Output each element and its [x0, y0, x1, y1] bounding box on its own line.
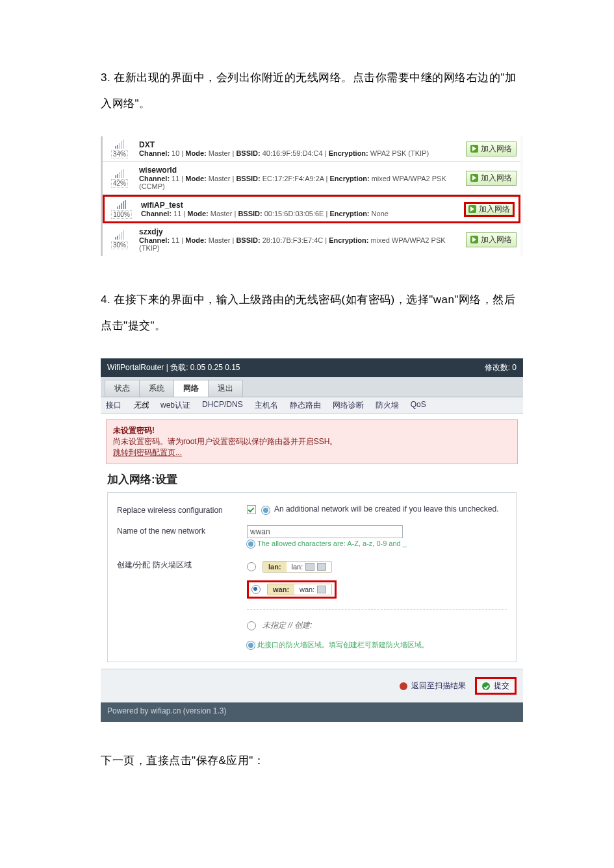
tab-system[interactable]: 系统	[139, 380, 174, 397]
tab-status[interactable]: 状态	[105, 380, 140, 397]
join-network-button[interactable]: 加入网络	[466, 232, 517, 247]
warning-body: 尚未设置密码。请为root用户设置密码以保护路由器并开启SSH。	[113, 437, 337, 446]
join-label: 加入网络	[481, 234, 512, 245]
network-meta: Channel: 11 | Mode: Master | BSSID: 00:1…	[141, 210, 464, 217]
zone-wan-badge: wan: wan:	[267, 584, 332, 595]
check-icon	[482, 682, 490, 690]
instruction-4: 4. 在接下来的界面中，输入上级路由的无线密码(如有密码)，选择"wan"网络，…	[101, 287, 523, 339]
join-network-form: Replace wireless configuration An additi…	[107, 492, 517, 662]
network-meta: Channel: 11 | Mode: Master | BSSID: EC:1…	[139, 175, 466, 190]
network-meta: Channel: 11 | Mode: Master | BSSID: 28:1…	[139, 236, 466, 252]
subtab-qos[interactable]: QoS	[411, 400, 426, 411]
join-network-button[interactable]: 加入网络	[466, 142, 517, 156]
zone-wan-radio[interactable]	[251, 585, 261, 594]
subtab-dhcp[interactable]: DHCP/DNS	[202, 400, 243, 411]
subtab-firewall[interactable]: 防火墙	[376, 400, 399, 411]
tab-logout[interactable]: 退出	[208, 380, 243, 397]
network-name-label: Name of the new network	[117, 525, 247, 536]
join-network-button[interactable]: 加入网络	[466, 171, 517, 186]
interface-icon	[305, 563, 314, 571]
section-title: 加入网络:设置	[101, 469, 523, 492]
tab-network[interactable]: 网络	[173, 380, 209, 397]
subtab-diagnostics[interactable]: 网络诊断	[333, 400, 364, 411]
no-password-warning: 未设置密码! 尚未设置密码。请为root用户设置密码以保护路由器并开启SSH。 …	[106, 419, 518, 464]
subtab-hostname[interactable]: 主机名	[255, 400, 278, 411]
header-changes: 修改数: 0	[485, 362, 517, 373]
top-tabs: 状态 系统 网络 退出	[101, 377, 523, 397]
signal-bars-icon	[115, 140, 124, 149]
form-footer: 返回至扫描结果 提交	[101, 669, 523, 702]
interface-icon	[317, 586, 326, 593]
join-network-button[interactable]: 加入网络	[464, 202, 515, 217]
signal-bars-icon	[115, 169, 124, 178]
back-icon	[400, 682, 407, 690]
password-page-link[interactable]: 跳转到密码配置页...	[113, 448, 182, 457]
zone-none-label: 未指定 // 创建:	[262, 620, 313, 631]
signal-bars-icon	[117, 200, 126, 209]
signal-col: 34%	[103, 140, 136, 158]
play-icon	[470, 236, 478, 243]
ssid-label: wifiAP_test	[141, 201, 464, 210]
network-row: 34% DXT Channel: 10 | Mode: Master | BSS…	[103, 136, 520, 162]
join-label: 加入网络	[481, 173, 512, 184]
header-title: WifiPortalRouter | 负载: 0.05 0.25 0.15	[107, 362, 240, 373]
info-icon	[262, 505, 272, 514]
signal-bars-icon	[115, 230, 124, 240]
firewall-zone-label: 创建/分配 防火墙区域	[117, 558, 247, 571]
zone-lan-badge: lan: lan:	[262, 561, 332, 573]
replace-config-label: Replace wireless configuration	[117, 504, 247, 515]
router-settings-panel: WifiPortalRouter | 负载: 0.05 0.25 0.15 修改…	[101, 358, 523, 722]
subtab-webauth[interactable]: web认证	[160, 400, 190, 411]
network-name-input[interactable]	[247, 525, 403, 538]
back-to-scan-link[interactable]: 返回至扫描结果	[400, 677, 466, 695]
panel-header: WifiPortalRouter | 负载: 0.05 0.25 0.15 修改…	[101, 358, 523, 377]
subtab-wireless[interactable]: 无线	[133, 400, 149, 411]
ssid-label: DXT	[139, 140, 466, 149]
signal-col: 30%	[103, 230, 136, 249]
network-scan-list: 34% DXT Channel: 10 | Mode: Master | BSS…	[101, 136, 523, 256]
instruction-3: 3. 在新出现的界面中，会列出你附近的无线网络。点击你需要中继的网络右边的"加入…	[101, 65, 523, 117]
ssid-label: wiseworld	[139, 166, 466, 175]
play-icon	[468, 205, 476, 213]
instruction-next: 下一页，直接点击"保存&应用"：	[101, 748, 523, 774]
network-meta: Channel: 10 | Mode: Master | BSSID: 40:1…	[139, 149, 466, 157]
zone-hint: 此接口的防火墙区域。填写创建栏可新建防火墙区域。	[247, 640, 507, 650]
submit-button[interactable]: 提交	[475, 677, 517, 695]
warning-title: 未设置密码!	[113, 426, 155, 435]
play-icon	[470, 145, 478, 153]
sub-tabs: 接口 无线 web认证 DHCP/DNS 主机名 静态路由 网络诊断 防火墙 Q…	[101, 397, 523, 414]
network-row: 42% wiseworld Channel: 11 | Mode: Master…	[103, 162, 520, 195]
signal-col: 100%	[105, 200, 138, 219]
signal-percent: 100%	[111, 210, 132, 219]
join-label: 加入网络	[481, 143, 512, 155]
signal-percent: 34%	[111, 150, 128, 158]
zone-lan-radio[interactable]	[247, 562, 256, 571]
ssid-label: szxdjy	[139, 227, 466, 236]
network-row-selected: 100% wifiAP_test Channel: 11 | Mode: Mas…	[103, 195, 520, 223]
signal-percent: 30%	[111, 241, 128, 249]
network-name-hint: The allowed characters are: A-Z, a-z, 0-…	[247, 539, 507, 548]
replace-config-checkbox[interactable]	[247, 505, 256, 514]
signal-col: 42%	[103, 169, 136, 188]
subtab-static-route[interactable]: 静态路由	[290, 400, 321, 411]
network-row: 30% szxdjy Channel: 11 | Mode: Master | …	[103, 223, 520, 256]
footer-powered-by: Powered by wifiap.cn (version 1.3)	[101, 702, 523, 722]
play-icon	[470, 174, 478, 182]
interface-icon	[317, 563, 326, 571]
replace-config-hint: An additional network will be created if…	[274, 504, 499, 514]
subtab-interfaces[interactable]: 接口	[106, 400, 122, 411]
signal-percent: 42%	[111, 179, 128, 188]
join-label: 加入网络	[479, 204, 510, 215]
zone-none-radio[interactable]	[247, 621, 256, 630]
